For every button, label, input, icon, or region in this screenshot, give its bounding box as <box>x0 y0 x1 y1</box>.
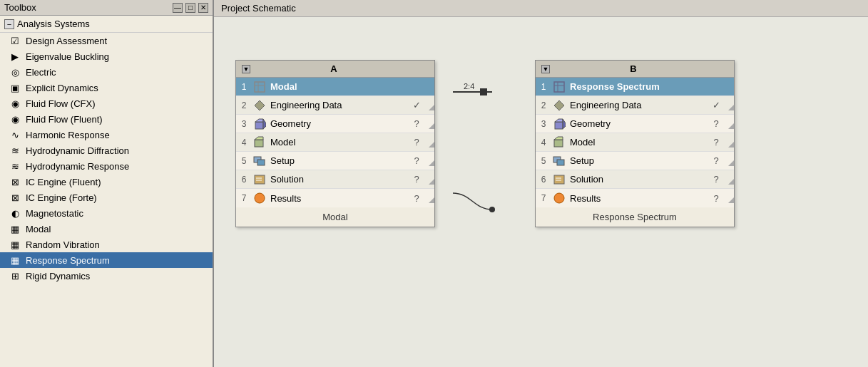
response-icon <box>551 79 567 95</box>
svg-rect-1 <box>255 82 265 92</box>
block-b-row-4[interactable]: 4Model? <box>536 133 734 152</box>
row-corner-5 <box>424 156 434 166</box>
row-status-6: ? <box>409 174 424 185</box>
svg-marker-6 <box>255 119 263 122</box>
block-b-rows: 1Response Spectrum2Engineering Data✓3Geo… <box>536 78 734 207</box>
svg-marker-21 <box>555 119 563 122</box>
sidebar-item-magnetostatic[interactable]: ◐Magnetostatic <box>0 205 213 221</box>
row-status-3: ? <box>708 118 724 129</box>
pin-button[interactable]: — <box>173 3 183 13</box>
row-status-5: ? <box>409 155 424 166</box>
row-corner-6 <box>424 175 434 185</box>
close-button[interactable]: ✕ <box>198 3 208 13</box>
svg-point-30 <box>554 193 564 203</box>
sidebar-item-explicit-dynamics[interactable]: ▣Explicit Dynamics <box>0 80 213 95</box>
row-label-setup: Setup <box>267 155 409 166</box>
arrow-icon: ▶ <box>9 50 21 63</box>
project-schematic: Project Schematic 2:4 ▼ A 1Modal2Enginee… <box>214 0 868 367</box>
item-label-hydrodynamic-response: Hydrodynamic Response <box>26 161 129 172</box>
row-corner-2 <box>424 100 434 110</box>
block-b-row-7[interactable]: 7Results? <box>536 189 734 207</box>
svg-rect-5 <box>255 122 263 129</box>
block-a-row-3[interactable]: 3Geometry? <box>236 115 434 133</box>
block-b-row-1[interactable]: 1Response Spectrum <box>536 78 734 96</box>
circle-icon: ◎ <box>9 66 21 78</box>
sidebar-item-random-vibration[interactable]: ▦Random Vibration <box>0 237 213 252</box>
row-label-modal: Modal <box>267 81 419 92</box>
sidebar-item-ic-engine-forte[interactable]: ⊠IC Engine (Forte) <box>0 190 213 205</box>
eng-data-icon <box>551 98 567 113</box>
setup-icon <box>551 153 567 169</box>
block-b-header: ▼ B <box>536 61 734 78</box>
block-a-header: ▼ A <box>236 61 434 78</box>
sidebar-item-modal[interactable]: ▦Modal <box>0 221 213 237</box>
block-a-collapse[interactable]: ▼ <box>242 65 250 73</box>
item-label-explicit-dynamics: Explicit Dynamics <box>26 83 98 93</box>
block-a-row-1[interactable]: 1Modal <box>236 78 434 96</box>
row-label-results: Results <box>567 193 708 204</box>
block-a-row-6[interactable]: 6Solution? <box>236 170 434 189</box>
item-label-ic-engine-forte: IC Engine (Forte) <box>26 192 97 203</box>
row-num-4: 4 <box>236 138 252 148</box>
toolbox-section-header: − Analysis Systems <box>0 16 213 33</box>
section-toggle[interactable]: − <box>4 19 14 29</box>
model-icon <box>551 135 567 150</box>
item-label-random-vibration: Random Vibration <box>26 239 100 250</box>
sidebar-item-fluid-flow-fluent[interactable]: ◉Fluid Flow (Fluent) <box>0 111 213 127</box>
block-b-row-2[interactable]: 2Engineering Data✓ <box>536 96 734 115</box>
block-b-row-6[interactable]: 6Solution? <box>536 170 734 189</box>
cfx-icon: ◉ <box>9 97 21 110</box>
toolbox-header: Toolbox — □ ✕ <box>0 0 213 16</box>
mag-icon: ◐ <box>9 207 21 219</box>
row-status-6: ? <box>708 174 724 185</box>
connection-dot-2 <box>489 207 495 212</box>
geometry-icon <box>551 116 567 132</box>
row-corner-6 <box>724 175 734 185</box>
row-status-2: ✓ <box>409 100 424 110</box>
row-num-3: 3 <box>536 119 551 129</box>
check-icon: ☑ <box>9 34 21 47</box>
results-icon <box>551 190 567 206</box>
sidebar-item-response-spectrum[interactable]: ▦Response Spectrum <box>0 252 213 268</box>
sidebar-item-electric[interactable]: ◎Electric <box>0 64 213 80</box>
setup-icon <box>252 153 267 169</box>
row-corner-5 <box>724 156 734 166</box>
svg-rect-16 <box>554 82 564 92</box>
sidebar-item-design-assessment[interactable]: ☑Design Assessment <box>0 33 213 48</box>
model-icon <box>252 135 267 150</box>
rigid-icon: ⊞ <box>9 269 21 282</box>
block-b-row-3[interactable]: 3Geometry? <box>536 115 734 133</box>
item-label-rigid-dynamics: Rigid Dynamics <box>26 271 90 281</box>
block-b-row-5[interactable]: 5Setup? <box>536 152 734 170</box>
block-b-collapse[interactable]: ▼ <box>541 65 550 73</box>
block-a-row-7[interactable]: 7Results? <box>236 189 434 207</box>
row-corner-3 <box>724 119 734 129</box>
sidebar-item-hydrodynamic-diffraction[interactable]: ≋Hydrodynamic Diffraction <box>0 143 213 158</box>
sidebar-item-hydrodynamic-response[interactable]: ≋Hydrodynamic Response <box>0 158 213 174</box>
sidebar-item-rigid-dynamics[interactable]: ⊞Rigid Dynamics <box>0 268 213 284</box>
item-label-eigenvalue-buckling: Eigenvalue Buckling <box>26 51 109 62</box>
block-a: ▼ A 1Modal2Engineering Data✓3Geometry?4M… <box>235 60 435 227</box>
row-label-solution: Solution <box>267 174 409 185</box>
hydro-icon: ≋ <box>9 144 21 157</box>
dock-button[interactable]: □ <box>185 3 195 13</box>
row-num-2: 2 <box>236 100 252 110</box>
item-label-harmonic-response: Harmonic Response <box>26 130 110 140</box>
item-label-hydrodynamic-diffraction: Hydrodynamic Diffraction <box>26 145 129 156</box>
item-label-electric: Electric <box>26 67 56 78</box>
fluent-icon: ◉ <box>9 113 21 125</box>
block-a-row-4[interactable]: 4Model? <box>236 133 434 152</box>
sidebar-item-fluid-flow-cfx[interactable]: ◉Fluid Flow (CFX) <box>0 95 213 111</box>
block-a-row-5[interactable]: 5Setup? <box>236 152 434 170</box>
sidebar-item-eigenvalue-buckling[interactable]: ▶Eigenvalue Buckling <box>0 48 213 64</box>
item-label-fluid-flow-fluent: Fluid Flow (Fluent) <box>26 114 103 125</box>
svg-marker-9 <box>255 137 263 140</box>
row-num-5: 5 <box>536 156 551 166</box>
sidebar-item-ic-engine-fluent[interactable]: ⊠IC Engine (Fluent) <box>0 174 213 190</box>
response-icon: ▦ <box>9 254 21 267</box>
solution-icon <box>551 172 567 187</box>
block-a-row-2[interactable]: 2Engineering Data✓ <box>236 96 434 115</box>
schematic-canvas: 2:4 ▼ A 1Modal2Engineering Data✓3Geometr… <box>214 17 868 367</box>
svg-marker-19 <box>554 100 564 110</box>
sidebar-item-harmonic-response[interactable]: ∿Harmonic Response <box>0 127 213 143</box>
